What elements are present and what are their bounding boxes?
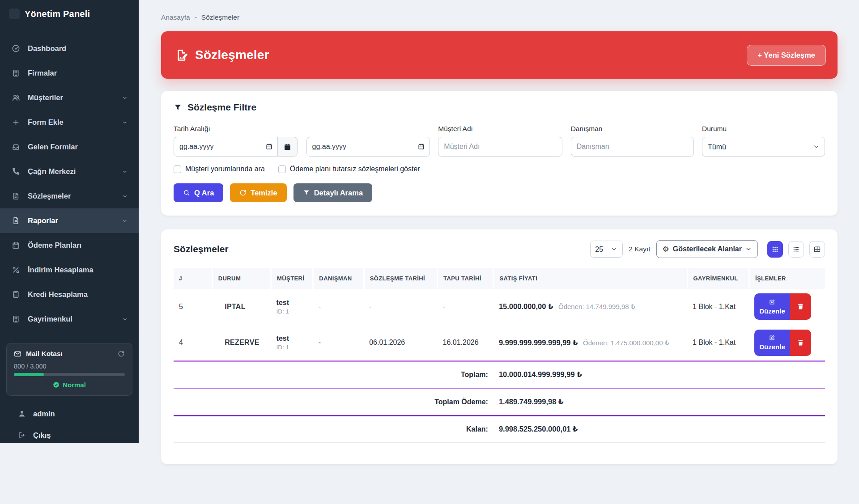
phone-icon xyxy=(12,167,20,176)
envelope-icon xyxy=(14,350,21,358)
cell-tapu-tarihi: 16.01.2026 xyxy=(438,325,493,361)
cell-islemler: Düzenle xyxy=(749,289,825,325)
file-icon xyxy=(12,216,20,225)
clear-button[interactable]: Temizle xyxy=(230,183,286,202)
status-group: Durumu Tümü xyxy=(702,125,825,157)
end-date-input[interactable] xyxy=(306,137,430,157)
checkbox-box[interactable] xyxy=(278,165,286,173)
detailed-search-button[interactable]: Detaylı Arama xyxy=(293,183,372,202)
sidebar-item-indirim-hesaplama[interactable]: İndirim Hesaplama xyxy=(0,258,139,282)
sidebar-header: Yönetim Paneli xyxy=(0,0,139,28)
sidebar-item-raporlar[interactable]: Raporlar xyxy=(0,208,139,233)
search-comments-checkbox[interactable]: Müşteri yorumlarında ara xyxy=(174,165,265,173)
cell-islemler: Düzenle xyxy=(749,325,825,361)
trash-icon xyxy=(797,339,804,347)
calendar-icon xyxy=(284,143,291,151)
sidebar-item-firmalar[interactable]: Firmalar xyxy=(0,61,139,85)
cell-durum: REZERVE xyxy=(212,325,271,361)
col-header-gayrimenkul[interactable]: GAYRİMENKUL xyxy=(687,268,749,289)
chevron-down-icon xyxy=(745,246,752,252)
table-header-row: # DURUM MÜŞTERİ DANIŞMAN SÖZLEŞME TARİHİ… xyxy=(174,268,825,289)
checkbox-box[interactable] xyxy=(174,165,181,173)
col-header-num[interactable]: # xyxy=(174,268,212,289)
filter-title: Sözleşme Filtre xyxy=(174,102,825,113)
sidebar-item-gayrimenkul[interactable]: Gayrimenkul xyxy=(0,307,139,331)
search-button[interactable]: Q Ara xyxy=(174,183,223,202)
page-title: Sözleşmeler xyxy=(195,48,269,62)
visible-columns-button[interactable]: ⚙ Gösterilecek Alanlar xyxy=(656,240,758,258)
sidebar-item-form-ekle[interactable]: Form Ekle xyxy=(0,110,139,135)
cell-danisman: - xyxy=(313,325,364,361)
cell-gayrimenkul: 1 Blok - 1.Kat xyxy=(687,289,749,325)
columns-icon xyxy=(813,246,821,253)
sidebar-item-gelen-formlar[interactable]: Gelen Formlar xyxy=(0,135,139,159)
consultant-input[interactable] xyxy=(571,137,694,157)
summary-row-toplam: Toplam: 10.000.014.999.999,99 ₺ xyxy=(174,361,825,388)
breadcrumb-separator: - xyxy=(195,13,197,21)
mail-quota-status: Normal xyxy=(14,381,125,389)
building-icon xyxy=(12,315,20,323)
calendar-icon xyxy=(12,241,20,250)
contracts-table: # DURUM MÜŞTERİ DANIŞMAN SÖZLEŞME TARİHİ… xyxy=(174,268,825,443)
building-icon xyxy=(12,69,20,77)
users-icon xyxy=(12,93,20,102)
status-select[interactable]: Tümü xyxy=(702,137,825,157)
sidebar-item-musteriler[interactable]: Müşteriler xyxy=(0,85,139,110)
cell-tapu-tarihi: - xyxy=(438,289,493,325)
sidebar-item-odeme-planlari[interactable]: Ödeme Planları xyxy=(0,233,139,258)
sidebar-item-kredi-hesaplama[interactable]: Kredi Hesaplama xyxy=(0,282,139,307)
col-header-tapu-tarihi[interactable]: TAPU TARİHİ xyxy=(438,268,493,289)
list-view-button[interactable] xyxy=(788,241,804,258)
summary-value: 1.489.749.999,98 ₺ xyxy=(493,388,687,415)
customer-name-input[interactable] xyxy=(438,137,562,157)
mail-quota-card: Mail Kotası 800 / 3.000 Normal xyxy=(6,343,132,396)
sidebar-item-sozlesmeler[interactable]: Sözleşmeler xyxy=(0,184,139,208)
trash-icon xyxy=(797,303,804,310)
table-view-button[interactable] xyxy=(809,241,825,258)
cell-sozlesme-tarihi: - xyxy=(364,289,437,325)
summary-row-toplam-odeme: Toplam Ödeme: 1.489.749.999,98 ₺ xyxy=(174,388,825,415)
sidebar-item-cagri-merkezi[interactable]: Çağrı Merkezi xyxy=(0,159,139,184)
cell-gayrimenkul: 1 Blok - 1.Kat xyxy=(687,325,749,361)
grid-view-button[interactable] xyxy=(767,241,783,258)
mail-quota-progress xyxy=(14,373,125,376)
delete-button[interactable] xyxy=(790,330,811,356)
percent-icon xyxy=(12,266,20,274)
new-contract-button[interactable]: + Yeni Sözleşme xyxy=(747,45,826,66)
col-header-durum[interactable]: DURUM xyxy=(212,268,271,289)
start-date-calendar-button[interactable] xyxy=(278,137,298,157)
list-icon xyxy=(792,246,800,253)
breadcrumb-home[interactable]: Anasayfa xyxy=(161,13,190,21)
col-header-sozlesme-tarihi[interactable]: SÖZLEŞME TARİHİ xyxy=(364,268,437,289)
cell-durum: IPTAL xyxy=(212,289,271,325)
page-size-select[interactable]: 25 xyxy=(590,241,623,258)
refresh-icon[interactable] xyxy=(118,350,125,357)
date-range-group: Tarih Aralığı xyxy=(174,125,430,157)
gauge-icon xyxy=(12,44,20,53)
delete-button[interactable] xyxy=(790,293,811,320)
col-header-musteri[interactable]: MÜŞTERİ xyxy=(271,268,313,289)
chevron-down-icon xyxy=(122,169,128,175)
col-header-satis-fiyati[interactable]: SATIŞ FİYATI xyxy=(493,268,687,289)
inconsistent-plan-checkbox[interactable]: Ödeme planı tutarsız sözleşmeleri göster xyxy=(278,165,420,173)
edit-button[interactable]: Düzenle xyxy=(754,330,790,356)
summary-value: 9.998.525.250.000,01 ₺ xyxy=(493,415,687,443)
sidebar-user[interactable]: admin xyxy=(0,403,139,424)
sidebar-logout[interactable]: Çıkış xyxy=(0,424,139,446)
customer-name-label: Müşteri Adı xyxy=(438,125,562,133)
gear-icon: ⚙ xyxy=(663,246,669,253)
mail-quota-progress-fill xyxy=(14,373,44,376)
status-label: Durumu xyxy=(702,125,825,133)
chevron-down-icon xyxy=(122,119,128,126)
summary-value: 10.000.014.999.999,99 ₺ xyxy=(493,361,687,388)
edit-button[interactable]: Düzenle xyxy=(754,293,790,320)
grid-icon xyxy=(771,246,779,253)
col-header-islemler[interactable]: İŞLEMLER xyxy=(749,268,825,289)
table-row: 4 REZERVE test ID: 1 - 06.01.2026 16.01.… xyxy=(174,325,825,361)
filter-card: Sözleşme Filtre Tarih Aralığı xyxy=(161,91,838,216)
logout-icon xyxy=(18,431,26,439)
col-header-danisman[interactable]: DANIŞMAN xyxy=(313,268,364,289)
check-circle-icon xyxy=(53,381,60,388)
start-date-input[interactable] xyxy=(174,137,278,157)
sidebar-item-dashboard[interactable]: Dashboard xyxy=(0,36,139,61)
